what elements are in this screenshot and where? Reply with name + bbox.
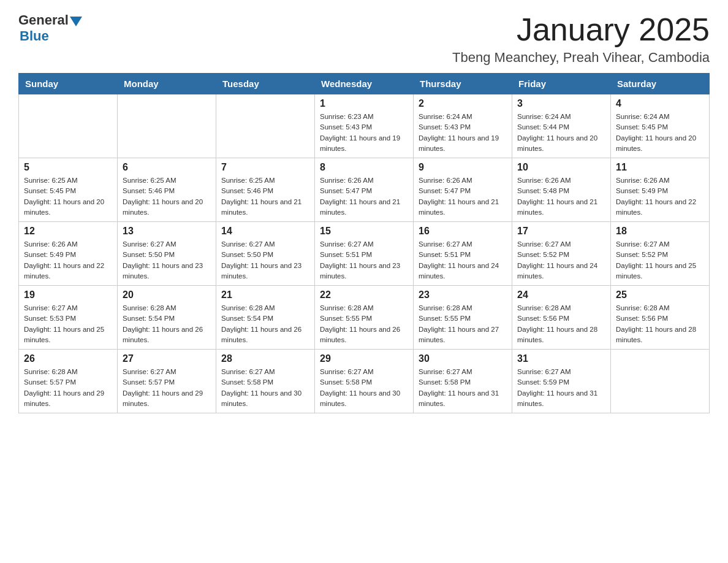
day-info: Sunrise: 6:28 AM Sunset: 5:54 PM Dayligh… xyxy=(221,303,309,345)
day-info: Sunrise: 6:27 AM Sunset: 5:58 PM Dayligh… xyxy=(419,367,507,409)
calendar-day-cell: 10Sunrise: 6:26 AM Sunset: 5:48 PM Dayli… xyxy=(512,158,611,222)
day-number: 4 xyxy=(616,98,704,109)
day-number: 25 xyxy=(616,289,704,301)
day-info: Sunrise: 6:24 AM Sunset: 5:43 PM Dayligh… xyxy=(419,112,507,154)
day-info: Sunrise: 6:28 AM Sunset: 5:54 PM Dayligh… xyxy=(123,303,211,345)
calendar-day-cell: 7Sunrise: 6:25 AM Sunset: 5:46 PM Daylig… xyxy=(216,158,315,222)
calendar-day-cell: 27Sunrise: 6:27 AM Sunset: 5:57 PM Dayli… xyxy=(118,350,216,413)
calendar-week-row: 19Sunrise: 6:27 AM Sunset: 5:53 PM Dayli… xyxy=(19,286,710,350)
calendar-day-cell: 21Sunrise: 6:28 AM Sunset: 5:54 PM Dayli… xyxy=(216,286,315,350)
calendar-day-cell xyxy=(118,94,216,158)
day-info: Sunrise: 6:26 AM Sunset: 5:47 PM Dayligh… xyxy=(320,175,408,218)
day-info: Sunrise: 6:27 AM Sunset: 5:53 PM Dayligh… xyxy=(24,303,112,345)
day-info: Sunrise: 6:28 AM Sunset: 5:56 PM Dayligh… xyxy=(616,303,704,345)
calendar-week-row: 5Sunrise: 6:25 AM Sunset: 5:45 PM Daylig… xyxy=(19,158,710,222)
day-number: 26 xyxy=(24,353,112,364)
calendar-day-cell: 24Sunrise: 6:28 AM Sunset: 5:56 PM Dayli… xyxy=(512,286,611,350)
day-number: 10 xyxy=(517,162,605,173)
calendar-day-cell xyxy=(611,350,710,413)
calendar-day-cell xyxy=(216,94,315,158)
day-number: 21 xyxy=(221,289,309,301)
calendar-table: SundayMondayTuesdayWednesdayThursdayFrid… xyxy=(18,73,710,413)
calendar-day-cell: 30Sunrise: 6:27 AM Sunset: 5:58 PM Dayli… xyxy=(414,350,512,413)
day-number: 6 xyxy=(123,162,211,173)
day-number: 3 xyxy=(517,98,605,109)
day-info: Sunrise: 6:27 AM Sunset: 5:52 PM Dayligh… xyxy=(616,239,704,282)
calendar-day-cell: 2Sunrise: 6:24 AM Sunset: 5:43 PM Daylig… xyxy=(414,94,512,158)
day-number: 9 xyxy=(419,162,507,173)
calendar-day-cell: 17Sunrise: 6:27 AM Sunset: 5:52 PM Dayli… xyxy=(512,222,611,286)
day-number: 29 xyxy=(320,353,408,364)
calendar-day-cell: 11Sunrise: 6:26 AM Sunset: 5:49 PM Dayli… xyxy=(611,158,710,222)
day-number: 11 xyxy=(616,162,704,173)
calendar-day-cell: 1Sunrise: 6:23 AM Sunset: 5:43 PM Daylig… xyxy=(315,94,414,158)
day-info: Sunrise: 6:24 AM Sunset: 5:45 PM Dayligh… xyxy=(616,112,704,154)
day-number: 12 xyxy=(24,226,112,237)
day-info: Sunrise: 6:26 AM Sunset: 5:48 PM Dayligh… xyxy=(517,175,605,218)
calendar-day-header: Sunday xyxy=(19,74,118,94)
calendar-day-cell: 6Sunrise: 6:25 AM Sunset: 5:46 PM Daylig… xyxy=(118,158,216,222)
calendar-day-cell: 22Sunrise: 6:28 AM Sunset: 5:55 PM Dayli… xyxy=(315,286,414,350)
page-title: January 2025 xyxy=(452,12,710,47)
day-number: 1 xyxy=(320,98,408,109)
calendar-day-cell: 9Sunrise: 6:26 AM Sunset: 5:47 PM Daylig… xyxy=(414,158,512,222)
calendar-day-header: Thursday xyxy=(414,74,512,94)
calendar-day-cell: 4Sunrise: 6:24 AM Sunset: 5:45 PM Daylig… xyxy=(611,94,710,158)
day-info: Sunrise: 6:28 AM Sunset: 5:56 PM Dayligh… xyxy=(517,303,605,345)
day-info: Sunrise: 6:23 AM Sunset: 5:43 PM Dayligh… xyxy=(320,112,408,154)
calendar-day-cell: 19Sunrise: 6:27 AM Sunset: 5:53 PM Dayli… xyxy=(19,286,118,350)
day-number: 8 xyxy=(320,162,408,173)
day-number: 2 xyxy=(419,98,507,109)
day-number: 19 xyxy=(24,289,112,301)
calendar-day-cell: 31Sunrise: 6:27 AM Sunset: 5:59 PM Dayli… xyxy=(512,350,611,413)
calendar-day-cell: 26Sunrise: 6:28 AM Sunset: 5:57 PM Dayli… xyxy=(19,350,118,413)
calendar-week-row: 1Sunrise: 6:23 AM Sunset: 5:43 PM Daylig… xyxy=(19,94,710,158)
calendar-header-row: SundayMondayTuesdayWednesdayThursdayFrid… xyxy=(19,74,710,94)
day-number: 20 xyxy=(123,289,211,301)
day-number: 7 xyxy=(221,162,309,173)
calendar-day-cell xyxy=(19,94,118,158)
day-number: 28 xyxy=(221,353,309,364)
calendar-day-cell: 16Sunrise: 6:27 AM Sunset: 5:51 PM Dayli… xyxy=(414,222,512,286)
logo: General Blue xyxy=(18,12,82,44)
calendar-day-cell: 13Sunrise: 6:27 AM Sunset: 5:50 PM Dayli… xyxy=(118,222,216,286)
day-info: Sunrise: 6:25 AM Sunset: 5:46 PM Dayligh… xyxy=(123,175,211,218)
day-number: 5 xyxy=(24,162,112,173)
calendar-day-cell: 3Sunrise: 6:24 AM Sunset: 5:44 PM Daylig… xyxy=(512,94,611,158)
day-number: 30 xyxy=(419,353,507,364)
title-block: January 2025 Tbeng Meanchey, Preah Vihea… xyxy=(452,12,710,66)
day-info: Sunrise: 6:25 AM Sunset: 5:45 PM Dayligh… xyxy=(24,175,112,218)
calendar-day-cell: 28Sunrise: 6:27 AM Sunset: 5:58 PM Dayli… xyxy=(216,350,315,413)
day-info: Sunrise: 6:27 AM Sunset: 5:58 PM Dayligh… xyxy=(221,367,309,409)
day-info: Sunrise: 6:26 AM Sunset: 5:49 PM Dayligh… xyxy=(616,175,704,218)
calendar-day-cell: 18Sunrise: 6:27 AM Sunset: 5:52 PM Dayli… xyxy=(611,222,710,286)
day-info: Sunrise: 6:27 AM Sunset: 5:59 PM Dayligh… xyxy=(517,367,605,409)
day-info: Sunrise: 6:27 AM Sunset: 5:58 PM Dayligh… xyxy=(320,367,408,409)
day-info: Sunrise: 6:27 AM Sunset: 5:57 PM Dayligh… xyxy=(123,367,211,409)
calendar-day-header: Monday xyxy=(118,74,216,94)
page-header: General Blue January 2025 Tbeng Meanchey… xyxy=(18,12,710,66)
day-number: 15 xyxy=(320,226,408,237)
day-info: Sunrise: 6:25 AM Sunset: 5:46 PM Dayligh… xyxy=(221,175,309,218)
calendar-week-row: 26Sunrise: 6:28 AM Sunset: 5:57 PM Dayli… xyxy=(19,350,710,413)
day-info: Sunrise: 6:27 AM Sunset: 5:50 PM Dayligh… xyxy=(123,239,211,282)
day-number: 27 xyxy=(123,353,211,364)
day-number: 16 xyxy=(419,226,507,237)
day-info: Sunrise: 6:24 AM Sunset: 5:44 PM Dayligh… xyxy=(517,112,605,154)
day-info: Sunrise: 6:27 AM Sunset: 5:51 PM Dayligh… xyxy=(419,239,507,282)
day-number: 17 xyxy=(517,226,605,237)
day-number: 23 xyxy=(419,289,507,301)
day-info: Sunrise: 6:27 AM Sunset: 5:50 PM Dayligh… xyxy=(221,239,309,282)
day-info: Sunrise: 6:28 AM Sunset: 5:55 PM Dayligh… xyxy=(419,303,507,345)
calendar-day-header: Friday xyxy=(512,74,611,94)
day-info: Sunrise: 6:28 AM Sunset: 5:55 PM Dayligh… xyxy=(320,303,408,345)
day-number: 18 xyxy=(616,226,704,237)
calendar-week-row: 12Sunrise: 6:26 AM Sunset: 5:49 PM Dayli… xyxy=(19,222,710,286)
calendar-day-cell: 8Sunrise: 6:26 AM Sunset: 5:47 PM Daylig… xyxy=(315,158,414,222)
day-info: Sunrise: 6:26 AM Sunset: 5:49 PM Dayligh… xyxy=(24,239,112,282)
day-number: 22 xyxy=(320,289,408,301)
calendar-day-header: Saturday xyxy=(611,74,710,94)
day-number: 14 xyxy=(221,226,309,237)
calendar-day-cell: 29Sunrise: 6:27 AM Sunset: 5:58 PM Dayli… xyxy=(315,350,414,413)
logo-text-general: General xyxy=(18,12,69,28)
